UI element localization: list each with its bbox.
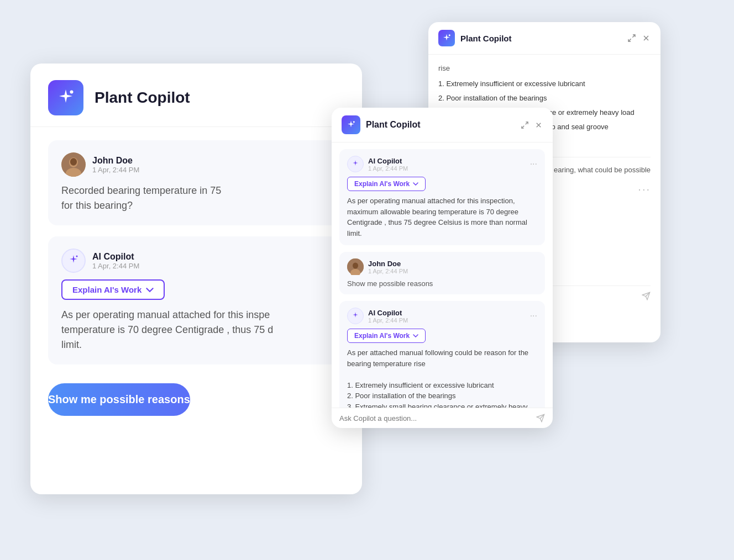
right-panel-header: Plant Copilot <box>428 22 660 55</box>
john-doe-text: Recorded bearing temperature in 75for th… <box>61 183 331 213</box>
chat-ai-time-1: 1 Apr, 2:44 PM <box>368 165 530 172</box>
svg-point-13 <box>76 256 78 257</box>
svg-point-20 <box>353 263 358 269</box>
chat-close-button[interactable] <box>534 121 543 129</box>
john-doe-message: John Doe 1 Apr, 2:44 PM Recorded bearing… <box>48 140 344 225</box>
svg-point-0 <box>449 34 450 36</box>
explain-btn-label: Explain AI's Work <box>72 285 141 294</box>
chat-panel-header-actions <box>521 121 543 129</box>
right-expand-button[interactable] <box>627 34 636 43</box>
chat-user-time: 1 Apr, 2:44 PM <box>368 268 537 274</box>
show-reasons-button[interactable]: Show me possible reasons <box>48 383 190 416</box>
svg-line-16 <box>522 125 524 128</box>
chat-ai-sender-2: AI Copilot <box>368 309 530 317</box>
list-item: 1. Extremely insufficient or excessive l… <box>438 78 651 90</box>
john-doe-avatar <box>61 152 86 177</box>
right-panel-title: Plant Copilot <box>460 34 627 43</box>
john-doe-time: 1 Apr, 2:44 PM <box>92 166 139 174</box>
ai-info: AI Copilot 1 Apr, 2:44 PM <box>92 252 139 270</box>
main-content: John Doe 1 Apr, 2:44 PM Recorded bearing… <box>30 127 362 378</box>
main-header: Plant Copilot <box>30 64 362 127</box>
svg-point-14 <box>353 121 355 123</box>
main-card: Plant Copilot John Doe 1 Apr, 2:44 PM <box>30 64 362 494</box>
ai-name: AI Copilot <box>92 252 139 262</box>
chat-msg-header-ai-1: AI Copilot 1 Apr, 2:44 PM ··· <box>347 156 537 172</box>
chat-user-sender: John Doe <box>368 260 537 268</box>
right-panel-partial-text: rise <box>438 62 651 75</box>
svg-point-7 <box>70 91 74 94</box>
chat-panel-title: Plant Copilot <box>366 120 521 130</box>
john-doe-header: John Doe 1 Apr, 2:44 PM <box>61 152 331 177</box>
message-more-dots[interactable]: ··· <box>638 179 651 198</box>
chat-msg-header-user: John Doe 1 Apr, 2:44 PM <box>347 258 537 275</box>
chat-ai-text-2: As per attached manual following could b… <box>347 347 537 408</box>
ai-avatar <box>61 249 86 273</box>
chat-send-button[interactable] <box>536 414 545 422</box>
ai-header: AI Copilot 1 Apr, 2:44 PM <box>61 249 331 273</box>
chat-input[interactable] <box>339 414 532 422</box>
svg-line-15 <box>526 121 528 124</box>
john-doe-info: John Doe 1 Apr, 2:44 PM <box>92 156 139 174</box>
ai-response-text: As per operating manual attached for thi… <box>61 308 331 352</box>
ai-message: AI Copilot 1 Apr, 2:44 PM Explain AI's W… <box>48 236 344 364</box>
chat-panel-logo <box>342 115 360 134</box>
main-logo <box>48 80 83 115</box>
right-close-button[interactable] <box>642 34 651 43</box>
chat-panel: Plant Copilot <box>332 108 553 428</box>
chat-message-ai-2: AI Copilot 1 Apr, 2:44 PM ··· Explain AI… <box>339 301 545 408</box>
john-doe-name: John Doe <box>92 156 139 166</box>
chat-input-area <box>332 408 553 428</box>
chat-msg-header-ai-2: AI Copilot 1 Apr, 2:44 PM ··· <box>347 308 537 324</box>
chat-explain-btn-2[interactable]: Explain AI's Work <box>347 329 426 343</box>
chat-user-text: Show me possible reasons <box>347 279 537 288</box>
chat-ai-avatar-2 <box>347 308 364 324</box>
chat-explain-label-1: Explain AI's Work <box>354 180 410 188</box>
chat-explain-label-2: Explain AI's Work <box>354 332 410 340</box>
right-send-button[interactable] <box>642 292 651 300</box>
list-item: 2. Poor installation of the bearings <box>438 92 651 104</box>
chat-more-dots-2[interactable]: ··· <box>530 311 537 321</box>
right-panel-actions <box>627 34 651 43</box>
chat-user-avatar <box>347 258 364 275</box>
svg-point-12 <box>70 159 77 165</box>
chat-message-ai-1: AI Copilot 1 Apr, 2:44 PM ··· Explain AI… <box>339 149 545 245</box>
chat-ai-sender-1: AI Copilot <box>368 157 530 165</box>
chat-explain-btn-1[interactable]: Explain AI's Work <box>347 177 426 191</box>
svg-line-2 <box>628 39 631 41</box>
ai-time: 1 Apr, 2:44 PM <box>92 262 139 270</box>
svg-line-1 <box>632 35 635 38</box>
chat-more-dots-1[interactable]: ··· <box>530 159 537 169</box>
chat-ai-time-2: 1 Apr, 2:44 PM <box>368 317 530 324</box>
chat-message-user: John Doe 1 Apr, 2:44 PM Show me possible… <box>339 252 545 294</box>
explain-ai-work-button[interactable]: Explain AI's Work <box>61 279 165 300</box>
chat-ai-text-1: As per operating manual attached for thi… <box>347 196 537 239</box>
right-panel-logo <box>438 30 455 46</box>
chat-ai-avatar-1 <box>347 156 364 172</box>
chat-body: AI Copilot 1 Apr, 2:44 PM ··· Explain AI… <box>332 142 553 408</box>
chat-panel-header: Plant Copilot <box>332 108 553 142</box>
main-title: Plant Copilot <box>95 89 190 107</box>
chat-expand-button[interactable] <box>521 121 529 129</box>
